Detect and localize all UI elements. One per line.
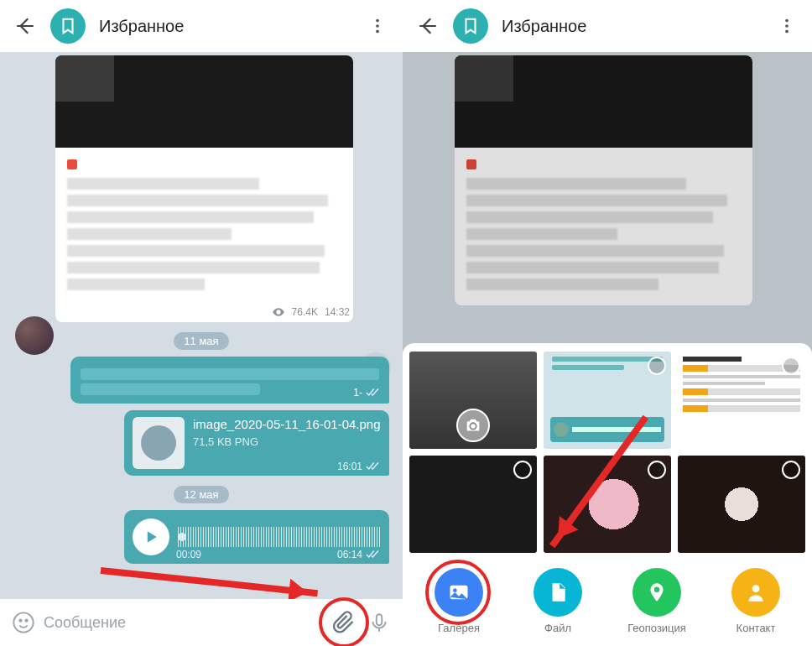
mic-icon	[368, 612, 390, 633]
svg-point-8	[785, 24, 789, 28]
select-toggle[interactable]	[782, 357, 800, 375]
svg-point-9	[785, 30, 789, 34]
more-button[interactable]	[366, 14, 389, 38]
select-toggle[interactable]	[648, 461, 666, 479]
eye-icon	[272, 305, 285, 319]
image-icon	[447, 581, 471, 604]
attachment-picker-screen: Избранное	[403, 0, 812, 646]
person-icon	[745, 581, 767, 603]
back-button[interactable]	[13, 14, 37, 38]
message-time: 14:32	[325, 306, 350, 318]
select-toggle[interactable]	[648, 357, 666, 375]
svg-point-7	[785, 19, 789, 23]
action-label: Файл	[544, 622, 571, 634]
action-label: Галерея	[438, 622, 480, 634]
file-thumbnail[interactable]	[133, 417, 185, 469]
play-icon	[143, 529, 159, 545]
file-name: image_2020-05-11_16-01-04.png	[193, 417, 381, 432]
message-body	[55, 148, 353, 305]
chat-header: Избранное	[403, 0, 812, 52]
svg-point-1	[376, 24, 379, 28]
voice-position: 00:09	[176, 549, 201, 560]
annotation-arrow	[101, 567, 318, 597]
more-vert-icon	[368, 17, 387, 35]
file-icon	[547, 581, 569, 603]
chat-title[interactable]: Избранное	[502, 17, 762, 36]
message-input[interactable]: Сообщение	[44, 614, 324, 632]
gallery-thumb[interactable]	[678, 456, 805, 553]
gallery-thumb[interactable]	[409, 456, 537, 553]
contact-action[interactable]: Контакт	[714, 568, 798, 634]
voice-waveform[interactable]	[178, 527, 381, 547]
message-input-bar: Сообщение	[0, 599, 403, 646]
emoji-button[interactable]	[8, 607, 39, 638]
attachment-actions: Галерея Файл Геопозиция Контакт	[409, 565, 805, 641]
select-toggle[interactable]	[782, 461, 800, 479]
message-time: 1-	[353, 387, 362, 399]
download-button[interactable]	[141, 425, 176, 461]
view-count: 76.4K	[292, 306, 318, 318]
gallery-thumb[interactable]	[544, 352, 671, 449]
action-label: Геопозиция	[627, 622, 686, 634]
chat-screen: Избранное 76.4K 14:32	[0, 0, 403, 646]
message-image[interactable]	[55, 55, 353, 148]
svg-point-13	[654, 587, 660, 593]
location-icon	[646, 581, 668, 603]
svg-point-2	[376, 30, 379, 34]
svg-point-12	[453, 588, 457, 592]
action-label: Контакт	[737, 622, 776, 634]
bookmark-icon	[461, 17, 480, 35]
gallery-grid	[409, 352, 805, 553]
svg-point-3	[13, 612, 33, 632]
camera-button[interactable]	[456, 409, 490, 442]
forwarded-message	[455, 55, 752, 305]
message-image	[455, 55, 752, 148]
saved-messages-avatar[interactable]	[50, 8, 86, 44]
camera-tile[interactable]	[409, 352, 537, 449]
sender-avatar[interactable]	[15, 316, 54, 355]
attachment-sheet: Галерея Файл Геопозиция Контакт	[403, 343, 812, 646]
voice-message[interactable]: 00:09 06:14	[124, 510, 389, 564]
paperclip-icon	[332, 611, 356, 634]
file-action[interactable]: Файл	[516, 568, 600, 634]
gallery-action[interactable]: Галерея	[417, 568, 501, 634]
sent-message[interactable]: 1-	[70, 357, 389, 404]
voice-record-button[interactable]	[364, 607, 394, 638]
chat-title[interactable]: Избранное	[99, 17, 352, 36]
location-action[interactable]: Геопозиция	[615, 568, 699, 634]
message-time: 16:01	[337, 461, 362, 472]
message-meta: 76.4K 14:32	[55, 305, 353, 322]
file-message[interactable]: image_2020-05-11_16-01-04.png 71,5 KB PN…	[124, 410, 389, 476]
more-vert-icon	[778, 17, 796, 35]
read-checks-icon	[366, 388, 381, 398]
back-button[interactable]	[416, 14, 440, 38]
svg-point-4	[19, 620, 21, 622]
read-checks-icon	[366, 550, 381, 560]
message-time: 06:14	[337, 549, 362, 560]
arrow-left-icon	[417, 15, 439, 37]
svg-point-14	[752, 585, 760, 592]
smile-icon	[12, 611, 35, 634]
svg-rect-6	[377, 614, 383, 625]
date-separator: 12 мая	[174, 486, 228, 503]
read-checks-icon	[366, 461, 381, 471]
camera-icon	[464, 416, 482, 435]
gallery-thumb[interactable]	[678, 352, 805, 449]
forwarded-message[interactable]: 76.4K 14:32	[55, 55, 353, 322]
select-toggle[interactable]	[513, 461, 532, 479]
svg-point-0	[376, 19, 379, 23]
download-icon	[149, 434, 168, 452]
chat-header: Избранное	[0, 0, 403, 52]
date-separator: 11 мая	[174, 332, 228, 350]
saved-messages-avatar[interactable]	[453, 8, 488, 44]
file-meta: 71,5 KB PNG	[193, 435, 381, 448]
svg-point-5	[25, 620, 27, 622]
bookmark-icon	[59, 17, 77, 35]
more-button[interactable]	[775, 14, 799, 38]
channel-badge-icon	[67, 159, 77, 169]
play-button[interactable]	[133, 518, 169, 555]
arrow-left-icon	[14, 15, 36, 37]
attach-button[interactable]	[329, 607, 359, 638]
messages-list[interactable]: 76.4K 14:32 11 мая 1- image_2020	[0, 52, 403, 599]
